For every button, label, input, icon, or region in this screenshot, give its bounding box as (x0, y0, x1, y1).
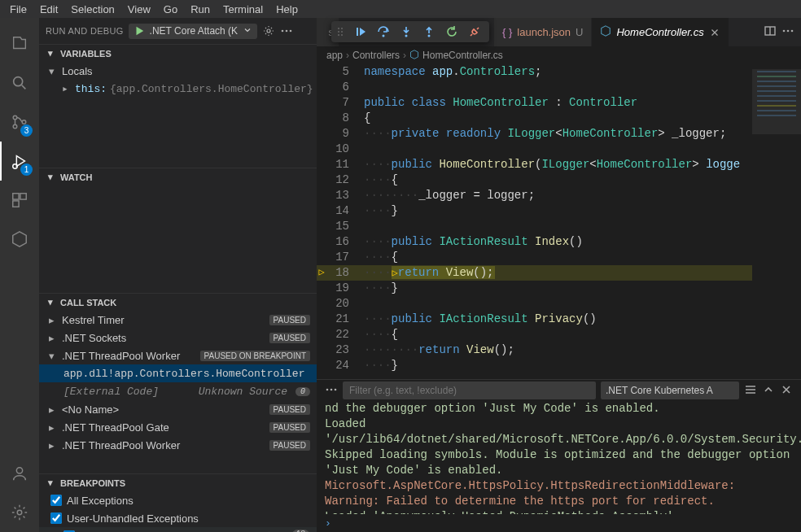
debug-toolbar[interactable] (331, 21, 489, 42)
accounts-icon[interactable] (0, 454, 39, 493)
menu-help[interactable]: Help (269, 2, 304, 17)
breakpoint-row[interactable]: All Exceptions (39, 491, 317, 509)
console-source-select[interactable]: .NET Core Kubernetes A (601, 382, 739, 399)
thread-label: <No Name> (62, 403, 266, 416)
drag-handle-icon[interactable] (333, 25, 348, 38)
thread-row[interactable]: ▸Kestrel TimerPAUSED (39, 311, 317, 329)
svg-point-0 (14, 77, 23, 86)
chevron-right-icon: ▸ (49, 332, 59, 344)
close-icon[interactable] (709, 27, 720, 38)
continue-button[interactable] (351, 22, 370, 41)
svg-point-14 (290, 30, 292, 33)
step-over-button[interactable] (374, 22, 393, 41)
chevron-down-icon: ▾ (44, 172, 57, 182)
variable-this[interactable]: ▸ this: {app.Controllers.HomeController} (39, 80, 317, 98)
section-breakpoints[interactable]: ▾ BREAKPOINTS (39, 473, 317, 491)
thread-label: .NET ThreadPool Worker (62, 439, 266, 451)
breakpoint-line: 18 (291, 530, 310, 533)
run-config-name: .NET Core Attach (K (150, 25, 239, 37)
settings-icon[interactable] (0, 493, 39, 532)
console-input[interactable]: › (317, 514, 801, 532)
breadcrumb-item[interactable]: Controllers (352, 50, 400, 61)
thread-row[interactable]: ▸.NET ThreadPool GatePAUSED (39, 418, 317, 436)
debug-badge: 1 (20, 164, 33, 176)
breakpoint-label: User-Unhandled Exceptions (67, 512, 199, 525)
more-icon[interactable] (280, 24, 293, 37)
svg-point-11 (267, 29, 270, 33)
section-watch[interactable]: ▾ WATCH (39, 168, 317, 185)
svg-point-30 (330, 388, 333, 390)
section-callstack[interactable]: ▾ CALL STACK (39, 293, 317, 311)
thread-row[interactable]: ▸.NET SocketsPAUSED (39, 329, 317, 347)
step-out-button[interactable] (419, 22, 439, 41)
frame-source: Unknown Source (199, 386, 287, 398)
menu-go[interactable]: Go (157, 2, 184, 17)
close-icon[interactable] (277, 530, 288, 533)
breakpoint-row[interactable]: HomeController.cs app/Controllers 18 (39, 527, 317, 532)
section-variables-label: VARIABLES (60, 49, 112, 59)
thread-label: .NET Sockets (62, 332, 266, 344)
explorer-icon[interactable] (0, 24, 39, 63)
menu-file[interactable]: File (3, 2, 33, 17)
svg-point-20 (341, 34, 343, 36)
breadcrumb-item[interactable]: app (326, 50, 343, 61)
tab-modified-indicator: U (576, 26, 583, 38)
disconnect-button[interactable] (465, 22, 484, 41)
chevron-up-icon[interactable] (762, 383, 775, 399)
wrap-icon[interactable] (744, 383, 757, 399)
chevron-right-icon: ▸ (49, 403, 59, 416)
extensions-icon[interactable] (0, 181, 39, 220)
console-line: Loaded '/usr/lib64/dotnet/shared/Microso… (325, 416, 793, 478)
thread-label: .NET ThreadPool Gate (62, 421, 266, 434)
restart-button[interactable] (442, 22, 462, 41)
thread-row[interactable]: ▾.NET ThreadPool WorkerPAUSED ON BREAKPO… (39, 347, 317, 364)
breakpoint-label: All Exceptions (67, 495, 134, 507)
thread-row[interactable]: ▸<No Name>PAUSED (39, 400, 317, 418)
run-config-select[interactable]: .NET Core Attach (K (129, 24, 258, 39)
breakpoint-row[interactable]: User-Unhandled Exceptions (39, 509, 317, 527)
debug-icon[interactable]: 1 (0, 142, 39, 181)
menu-terminal[interactable]: Terminal (217, 2, 269, 17)
more-icon[interactable] (781, 24, 794, 40)
svg-rect-5 (13, 194, 19, 199)
frame-label: [External Code] (63, 386, 195, 398)
menu-run[interactable]: Run (184, 2, 217, 17)
breadcrumb-item[interactable]: HomeController.cs (422, 50, 503, 61)
menu-view[interactable]: View (121, 2, 157, 17)
scope-locals-label: Locals (62, 65, 93, 77)
panel-header: .NET Core Kubernetes A (317, 380, 801, 401)
breakpoint-checkbox[interactable] (50, 512, 62, 524)
scm-icon[interactable]: 3 (0, 102, 39, 142)
kubernetes-icon[interactable] (0, 220, 39, 259)
console-filter-input[interactable] (343, 382, 596, 399)
scope-locals[interactable]: ▾ Locals (39, 62, 317, 80)
edit-icon[interactable] (262, 530, 274, 533)
code-editor[interactable]: 5namespace app.Controllers; 6 7public cl… (317, 64, 752, 379)
menu-edit[interactable]: Edit (33, 2, 64, 17)
stack-frame[interactable]: app.dll!app.Controllers.HomeController (39, 364, 317, 382)
section-variables[interactable]: ▾ VARIABLES (39, 44, 317, 62)
minimap[interactable] (752, 64, 801, 379)
thread-row[interactable]: ▸.NET ThreadPool WorkerPAUSED (39, 436, 317, 454)
tab-homecontroller[interactable]: HomeController.cs (592, 18, 729, 46)
breakpoint-checkbox[interactable] (50, 495, 62, 506)
stack-frame-external[interactable]: [External Code]Unknown Source0 (39, 382, 317, 400)
step-into-button[interactable] (396, 22, 416, 41)
svg-point-18 (341, 31, 343, 33)
svg-rect-7 (13, 201, 19, 207)
more-icon[interactable] (325, 383, 338, 399)
search-icon[interactable] (0, 63, 39, 102)
play-icon[interactable] (134, 25, 145, 37)
console-output[interactable]: nd the debugger option 'Just My Code' is… (317, 401, 801, 514)
menu-selection[interactable]: Selection (64, 2, 120, 17)
svg-point-26 (783, 30, 786, 33)
tab-launch[interactable]: { } launch.json U (494, 18, 592, 46)
svg-point-12 (282, 30, 284, 33)
svg-point-16 (341, 28, 343, 29)
close-icon[interactable] (780, 383, 793, 399)
gear-icon[interactable] (262, 24, 275, 37)
console-source-label: .NET Core Kubernetes A (606, 385, 713, 396)
breadcrumb[interactable]: app › Controllers › HomeController.cs (317, 46, 801, 64)
thread-state: PAUSED (269, 440, 310, 451)
split-editor-icon[interactable] (764, 24, 777, 40)
